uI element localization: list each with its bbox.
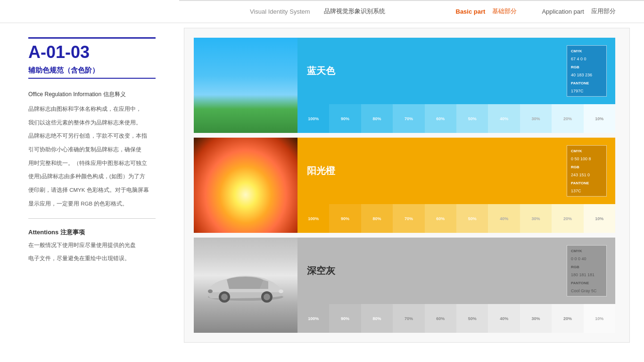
blue-swatches: 100% 90% 80% 70% 60% 50% 40% 30% 20% 10% (297, 104, 615, 133)
orange-swatch-40: 40% (488, 204, 520, 233)
orange-swatch-70: 70% (393, 204, 424, 233)
blue-pantone-value: 1797C (571, 88, 603, 94)
gray-swatch-100: 100% (297, 304, 329, 333)
orange-cmyk-label: CMYK (571, 148, 603, 155)
orange-pantone-label: PANTONE (571, 181, 603, 187)
gray-cmyk-label: CMYK (571, 248, 603, 255)
gray-swatch-60: 60% (425, 304, 456, 333)
gray-pantone-label: PANTONE (571, 280, 603, 287)
gray-pantone-value: Cool Gray 5C (571, 288, 603, 294)
gray-content: 深空灰 CMYK 0 0 0 40 RGB 180 181 181 PANTON… (297, 238, 615, 333)
left-panel: A-01-03 辅助色规范（含色阶） Office Regulation Inf… (0, 23, 179, 347)
att-text-2: 电子文件，尽量避免在重绘中出现错误。 (28, 254, 156, 263)
orange-pantone-value: 137C (571, 188, 603, 194)
body-text-3: 品牌标志绝不可另行创造，字款不可改变，本指 (28, 131, 156, 141)
body-text-2: 我们以这些元素的整体作为品牌标志来使用。 (28, 118, 156, 128)
gray-swatch-50: 50% (456, 304, 488, 333)
orange-info-box: CMYK 0 50 100 8 RGB 243 151 0 PANTONE 13… (567, 145, 607, 197)
blue-info-box: CMYK 67 4 0 0 RGB 40 183 236 PANTONE 179… (567, 45, 607, 97)
gray-swatches: 100% 90% 80% 70% 60% 50% 40% 30% 20% 10% (297, 304, 615, 333)
nav-app-en[interactable]: Application part (542, 8, 584, 15)
nav-basic-en[interactable]: Basic part (456, 8, 486, 15)
gray-color-row: 深空灰 CMYK 0 0 0 40 RGB 180 181 181 PANTON… (194, 238, 615, 333)
gray-swatch-10: 10% (584, 304, 615, 333)
body-text-6: 使用)品牌标志由多种颜色构成，(如图）为了方 (28, 172, 156, 181)
nav-basic-cn[interactable]: 基础部分 (492, 7, 517, 16)
body-text-5: 用时完整和统一。（特殊应用中图形标志可独立 (28, 158, 156, 168)
blue-swatch-80: 80% (361, 104, 393, 133)
gray-image (194, 238, 297, 333)
orange-swatch-100: 100% (297, 204, 329, 233)
blue-color-row: 蓝天色 CMYK 67 4 0 0 RGB 40 183 236 PANTONE… (194, 38, 615, 133)
blue-swatch-30: 30% (520, 104, 552, 133)
blue-swatch-40: 40% (488, 104, 520, 133)
orange-swatch-20: 20% (552, 204, 583, 233)
orange-content: 阳光橙 CMYK 0 50 100 8 RGB 243 151 0 PANTON… (297, 138, 615, 233)
orange-rgb-label: RGB (571, 165, 603, 171)
orange-swatch-10: 10% (584, 204, 615, 233)
gray-swatch-30: 30% (520, 304, 552, 333)
orange-rgb-value: 243 151 0 (571, 172, 603, 178)
body-text-4: 引可协助你小心准确的复制品牌标志，确保使 (28, 145, 156, 155)
gray-color-name: 深空灰 (307, 264, 335, 277)
blue-cmyk-value: 67 4 0 0 (571, 56, 603, 62)
main-content: A-01-03 辅助色规范（含色阶） Office Regulation Inf… (0, 23, 644, 347)
svg-point-2 (221, 294, 228, 300)
blue-swatch-20: 20% (552, 104, 583, 133)
body-text-7: 便印刷，请选择 CMYK 色彩格式。对于电脑屏幕 (28, 185, 156, 195)
orange-swatch-30: 30% (520, 204, 552, 233)
blue-header: 蓝天色 CMYK 67 4 0 0 RGB 40 183 236 PANTONE… (297, 38, 615, 104)
blue-swatch-70: 70% (393, 104, 424, 133)
gray-swatch-70: 70% (393, 304, 424, 333)
gray-swatch-80: 80% (361, 304, 393, 333)
gray-rgb-value: 180 181 181 (571, 272, 603, 278)
orange-swatches: 100% 90% 80% 70% 60% 50% 40% 30% 20% 10% (297, 204, 615, 233)
orange-color-row: 阳光橙 CMYK 0 50 100 8 RGB 243 151 0 PANTON… (194, 138, 615, 233)
sunset-photo (194, 138, 297, 233)
body-text-1: 品牌标志由图标和字体名称构成，在应用中， (28, 104, 156, 114)
blue-content: 蓝天色 CMYK 67 4 0 0 RGB 40 183 236 PANTONE… (297, 38, 615, 133)
blue-swatch-90: 90% (329, 104, 361, 133)
blue-rgb-value: 40 183 236 (571, 72, 603, 78)
blue-pantone-label: PANTONE (571, 81, 603, 87)
orange-swatch-80: 80% (361, 204, 393, 233)
header-right-nav: Basic part 基础部分 Application part 应用部分 (456, 7, 616, 16)
blue-swatch-10: 10% (584, 104, 615, 133)
gray-swatch-20: 20% (552, 304, 583, 333)
gray-cmyk-value: 0 0 0 40 (571, 255, 603, 262)
gray-swatch-40: 40% (488, 304, 520, 333)
gray-rgb-label: RGB (571, 264, 603, 271)
orange-image (194, 138, 297, 233)
blue-color-name: 蓝天色 (307, 65, 335, 77)
blue-swatch-50: 50% (456, 104, 488, 133)
svg-point-6 (208, 289, 213, 293)
gray-info-box: CMYK 0 0 0 40 RGB 180 181 181 PANTONE Co… (567, 245, 607, 296)
left-divider (28, 218, 156, 219)
page-code: A-01-03 (28, 42, 156, 62)
body-text-8: 显示应用，一定要用 RGB 的色彩格式。 (28, 199, 156, 209)
office-reg-label: Office Regulation Information 信息释义 (28, 90, 156, 99)
blue-rgb-label: RGB (571, 65, 603, 71)
subtitle-container: 辅助色规范（含色阶） (28, 66, 156, 79)
orange-cmyk-value: 0 50 100 8 (571, 156, 603, 162)
vis-title: Visual Identity System (250, 8, 310, 15)
car-svg (198, 266, 293, 304)
orange-swatch-60: 60% (425, 204, 456, 233)
orange-header: 阳光橙 CMYK 0 50 100 8 RGB 243 151 0 PANTON… (297, 138, 615, 204)
page-subtitle: 辅助色规范（含色阶） (28, 66, 156, 75)
nav-app-cn[interactable]: 应用部分 (591, 7, 616, 16)
right-panel: 蓝天色 CMYK 67 4 0 0 RGB 40 183 236 PANTONE… (184, 28, 630, 343)
cn-title: 品牌视觉形象识别系统 (324, 7, 385, 16)
gray-header: 深空灰 CMYK 0 0 0 40 RGB 180 181 181 PANTON… (297, 238, 615, 304)
svg-point-5 (279, 289, 283, 293)
orange-swatch-50: 50% (456, 204, 488, 233)
gray-swatch-90: 90% (329, 304, 361, 333)
blue-swatch-100: 100% (297, 104, 329, 133)
nav-divider (314, 7, 320, 16)
orange-swatch-90: 90% (329, 204, 361, 233)
svg-point-4 (264, 294, 270, 300)
sky-photo (194, 38, 297, 133)
att-text-1: 在一般情况下使用时应尽量使用提供的光盘 (28, 240, 156, 250)
blue-swatch-60: 60% (425, 104, 456, 133)
attentions-label: Attentions 注意事项 (28, 228, 156, 237)
